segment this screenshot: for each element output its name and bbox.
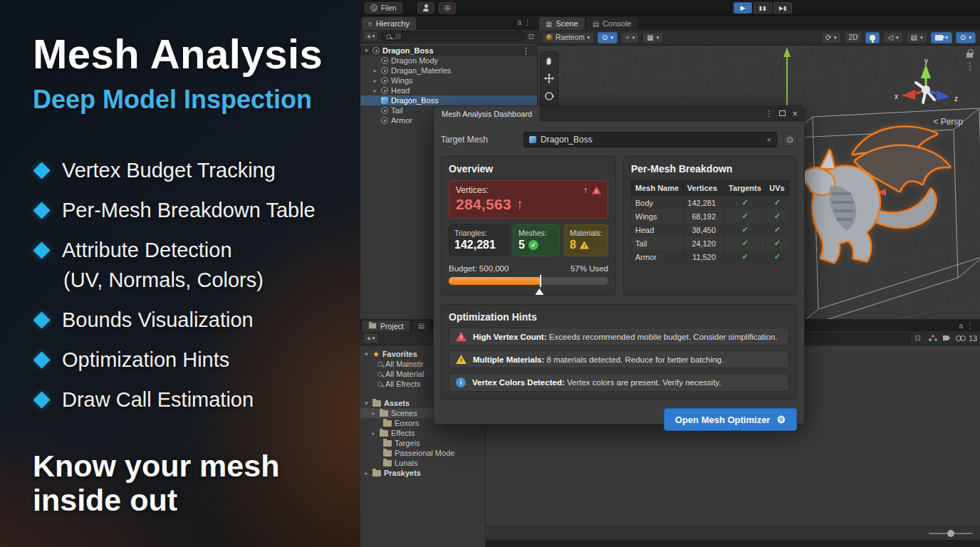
expand-arrow-icon[interactable]: ▸ (372, 68, 378, 74)
grid-visibility-dropdown[interactable]: ▦ ▾ (642, 32, 663, 43)
grid-snap-dropdown[interactable]: + ▾ (621, 32, 639, 43)
tab-hierarchy[interactable]: ≡ Hierarchy (362, 17, 416, 30)
lighting-toggle-button[interactable] (865, 32, 880, 43)
effects-dropdown[interactable]: ▤ ▾ (907, 32, 927, 43)
zoom-slider-knob[interactable] (947, 530, 954, 537)
window-close-icon[interactable]: × (792, 106, 798, 121)
editor-top-toolbar: S Filen ⊕ ▶ ▮▮ ▶▮ (360, 0, 980, 16)
play-button[interactable]: ▶ (734, 2, 752, 14)
menu-icon[interactable]: ⋮ (524, 19, 531, 26)
hierarchy-root-row[interactable]: ▼ Dragon_Boss ⋮ (360, 46, 537, 56)
dragon-model[interactable] (786, 103, 956, 281)
collapse-arrow-icon[interactable]: ▼ (363, 400, 370, 407)
tab-project[interactable]: Project (362, 321, 410, 331)
object-picker-button[interactable]: ⊙ (783, 132, 797, 147)
window-restore-icon[interactable] (779, 110, 786, 116)
table-row[interactable]: Body142,281 ✓✓ (632, 196, 789, 210)
chevron-down-icon: ▾ (834, 35, 837, 41)
hierarchy-row[interactable]: ▸ Wings (360, 75, 537, 85)
mesh-icon (529, 136, 536, 143)
col-vertices[interactable]: Vertices (683, 181, 724, 196)
step-button[interactable]: ▶▮ (773, 2, 792, 14)
table-row[interactable]: Wings68,192 ✓✓ (632, 209, 789, 223)
folder-row[interactable]: Lunals (360, 458, 484, 468)
diamond-icon (33, 241, 50, 259)
collapse-arrow-icon[interactable]: ▼ (363, 48, 370, 54)
search-filter-icon[interactable]: ⊡ (914, 334, 920, 342)
lock-icon[interactable]: a (959, 322, 963, 330)
move-tool-button[interactable] (541, 70, 558, 88)
col-uvs[interactable]: UVs (766, 181, 789, 196)
open-mesh-optimizer-button[interactable]: Open Mesh Optimizer ⚙ (664, 408, 797, 431)
folder-row[interactable]: Targeis (360, 438, 484, 448)
feature-text: Bounds Visualization (62, 308, 254, 332)
hierarchy-row[interactable]: ▸ Dragan_Materles (360, 66, 537, 75)
dashboard-titlebar[interactable]: Mesh Analysis Dashboard ⋮ × (434, 106, 804, 121)
expand-arrow-icon[interactable]: ▸ (370, 410, 377, 417)
row-menu-icon[interactable]: ⋮ (522, 46, 530, 56)
gizmo-toggle-button[interactable]: ⊙ ▾ (598, 32, 617, 43)
visibility-icon[interactable] (956, 335, 966, 340)
add-object-button[interactable]: +▾ (363, 31, 378, 41)
tag-icon[interactable] (943, 335, 950, 340)
folder-icon (380, 410, 388, 417)
hints-heading: Optimization Hints (449, 311, 789, 323)
vertices-label: Vertices: (456, 185, 489, 195)
packages-row[interactable]: ▸ Praskyets (360, 468, 484, 478)
col-targents[interactable]: Targents (725, 181, 766, 196)
clear-icon[interactable]: × (767, 135, 771, 144)
pause-button[interactable]: ▮▮ (754, 2, 772, 14)
gear-icon: ⚙ (776, 414, 786, 425)
table-row[interactable]: Tail24,120 ✓✓ (632, 236, 789, 250)
perspective-label[interactable]: < Persp (933, 117, 963, 127)
folder-row[interactable]: Passeional Mode (360, 448, 484, 458)
services-button[interactable]: ⊕ (439, 2, 456, 14)
row-label: Passeional Mode (395, 449, 454, 457)
audio-toggle-dropdown[interactable]: ◁ ▾ (883, 32, 902, 43)
account-button[interactable] (417, 2, 434, 14)
window-menu-icon[interactable]: ⋮ (765, 106, 773, 121)
gizmo-lock-icon[interactable] (966, 53, 973, 58)
table-row[interactable]: Armor11,520 ✓✓ (632, 250, 789, 264)
collapse-arrow-icon[interactable]: ▼ (363, 351, 370, 358)
target-mesh-field[interactable]: Dragon_Boss × (523, 132, 777, 147)
hierarchy-row[interactable]: Dragon Mody (360, 56, 537, 66)
hint-error: ! High Vertex Count: Exceeds recommended… (449, 328, 789, 345)
search-filter-icon[interactable]: ⊡ (528, 33, 534, 41)
tab-scene[interactable]: ▦ Scene (539, 17, 585, 30)
menu-icon[interactable]: ⋮ (966, 322, 974, 330)
shading-mode-dropdown[interactable]: Raeteom ▾ (542, 32, 594, 43)
layers-icon[interactable] (929, 335, 937, 342)
hand-tool-button[interactable] (541, 52, 558, 70)
dashboard-tab[interactable]: Mesh Analysis Dashboard (434, 106, 541, 121)
meshes-label: Meshes: (518, 229, 554, 237)
zoom-slider[interactable] (929, 533, 973, 534)
gizmos-dropdown[interactable]: ⊙ ▾ (956, 32, 976, 43)
tab-hidden[interactable]: ▤ (412, 321, 431, 331)
rotate-tool-button[interactable] (541, 88, 558, 105)
table-row[interactable]: Head38,450 ✓✓ (632, 223, 789, 236)
camera-settings-dropdown[interactable]: ▾ (931, 32, 953, 43)
expand-arrow-icon[interactable]: ▸ (372, 88, 378, 94)
expand-arrow-icon[interactable]: ▸ (363, 470, 370, 476)
file-button[interactable]: S Filen (365, 2, 402, 14)
tab-console[interactable]: ▤ Console (586, 17, 638, 30)
add-asset-button[interactable]: +▾ (363, 333, 378, 343)
feature-item: Bounds Visualization (33, 308, 332, 332)
hierarchy-row[interactable]: ▸ Head (360, 85, 537, 95)
col-mesh-name[interactable]: Mesh Name (632, 181, 684, 196)
expand-arrow-icon[interactable]: ▸ (372, 78, 378, 84)
hierarchy-row-selected[interactable]: Dragon_Boss (360, 95, 537, 105)
expand-arrow-icon[interactable]: ▸ (370, 430, 377, 437)
viewport-menu-icon[interactable]: ⋮ (966, 61, 974, 71)
camera-reset-dropdown[interactable]: ⟲ ▾ (821, 32, 841, 43)
gameobject-icon (381, 77, 388, 84)
orientation-gizmo[interactable]: y x z (892, 58, 960, 120)
scene-tabbar: ▦ Scene ▤ Console (538, 16, 980, 30)
hierarchy-tabbar: ≡ Hierarchy a ⋮ (360, 16, 537, 30)
budget-marker[interactable] (540, 275, 541, 287)
page-title: Mesh Analysis (33, 30, 332, 78)
lock-icon[interactable]: a (517, 19, 521, 26)
2d-toggle-button[interactable]: 2D (845, 32, 862, 43)
hierarchy-search-input[interactable]: Jil (381, 31, 525, 41)
